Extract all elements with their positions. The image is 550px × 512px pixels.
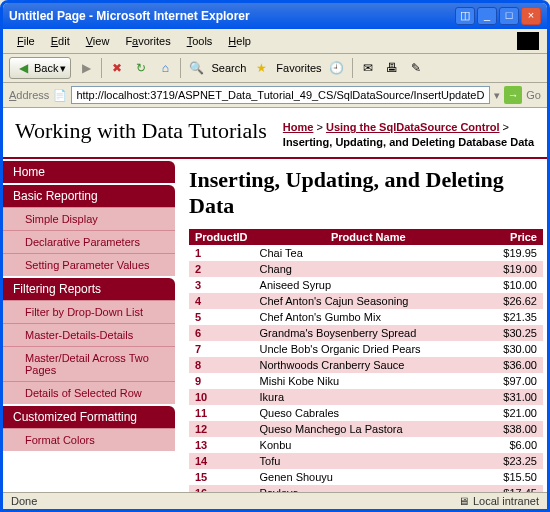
mail-icon[interactable]: ✉ (359, 59, 377, 77)
menu-view[interactable]: View (80, 33, 116, 49)
history-icon[interactable]: 🕘 (328, 59, 346, 77)
address-dropdown-icon[interactable]: ▾ (494, 89, 500, 102)
table-row: 12Queso Manchego La Pastora$38.00 (189, 421, 543, 437)
breadcrumb: Home > Using the SqlDataSource Control >… (283, 118, 535, 151)
status-right: Local intranet (473, 495, 539, 507)
favorites-icon: ★ (252, 59, 270, 77)
maximize-button[interactable]: □ (499, 7, 519, 25)
sidebar-item[interactable]: Details of Selected Row (3, 381, 175, 404)
sidebar-section[interactable]: Home (3, 161, 175, 183)
statusbar: Done 🖥 Local intranet (3, 492, 547, 509)
table-row: 7Uncle Bob's Organic Dried Pears$30.00 (189, 341, 543, 357)
sidebar-item[interactable]: Master/Detail Across Two Pages (3, 346, 175, 381)
favorites-button[interactable]: Favorites (276, 62, 321, 74)
menu-tools[interactable]: Tools (181, 33, 219, 49)
home-icon[interactable]: ⌂ (156, 59, 174, 77)
sidebar-item[interactable]: Filter by Drop-Down List (3, 300, 175, 323)
column-header: Price (483, 229, 543, 245)
titlebar: Untitled Page - Microsoft Internet Explo… (3, 3, 547, 29)
table-row: 5Chef Anton's Gumbo Mix$21.35 (189, 309, 543, 325)
menu-favorites[interactable]: Favorites (119, 33, 176, 49)
sidebar-item[interactable]: Master-Details-Details (3, 323, 175, 346)
sidebar-section[interactable]: Filtering Reports (3, 278, 175, 300)
address-bar: Address 📄 ▾ → Go (3, 83, 547, 108)
minimize-button[interactable]: _ (477, 7, 497, 25)
products-grid: ProductIDProduct NamePrice 1Chai Tea$19.… (189, 229, 543, 492)
toolbar: ◀ Back ▾ ▶ ✖ ↻ ⌂ 🔍 Search ★ Favorites 🕘 … (3, 54, 547, 83)
table-row: 4Chef Anton's Cajun Seasoning$26.62 (189, 293, 543, 309)
zone-icon: 🖥 (458, 495, 469, 507)
forward-button[interactable]: ▶ (77, 59, 95, 77)
breadcrumb-home[interactable]: Home (283, 121, 314, 133)
sidebar-item[interactable]: Declarative Parameters (3, 230, 175, 253)
sidebar-item[interactable]: Format Colors (3, 428, 175, 451)
table-row: 11Queso Cabrales$21.00 (189, 405, 543, 421)
menu-help[interactable]: Help (222, 33, 257, 49)
back-button[interactable]: ◀ Back ▾ (9, 57, 71, 79)
page-title: Working with Data Tutorials (15, 118, 267, 151)
table-row: 16Pavlova$17.45 (189, 485, 543, 492)
window-title: Untitled Page - Microsoft Internet Explo… (9, 9, 455, 23)
status-left: Done (11, 495, 37, 507)
table-row: 8Northwoods Cranberry Sauce$36.00 (189, 357, 543, 373)
back-arrow-icon: ◀ (14, 59, 32, 77)
table-row: 3Aniseed Syrup$10.00 (189, 277, 543, 293)
table-row: 13Konbu$6.00 (189, 437, 543, 453)
table-row: 1Chai Tea$19.95 (189, 245, 543, 261)
menubar: File Edit View Favorites Tools Help (3, 29, 547, 54)
search-button[interactable]: Search (211, 62, 246, 74)
column-header: Product Name (254, 229, 483, 245)
search-icon: 🔍 (187, 59, 205, 77)
content-heading: Inserting, Updating, and Deleting Data (189, 167, 543, 219)
table-row: 2Chang$19.00 (189, 261, 543, 277)
ie-logo-icon (517, 32, 539, 50)
edit-icon[interactable]: ✎ (407, 59, 425, 77)
breadcrumb-section[interactable]: Using the SqlDataSource Control (326, 121, 500, 133)
page-icon: 📄 (53, 89, 67, 102)
table-row: 9Mishi Kobe Niku$97.00 (189, 373, 543, 389)
sidebar: HomeBasic ReportingSimple DisplayDeclara… (3, 159, 179, 492)
close-button[interactable]: × (521, 7, 541, 25)
go-label: Go (526, 89, 541, 101)
table-row: 14Tofu$23.25 (189, 453, 543, 469)
chevron-down-icon: ▾ (60, 62, 66, 75)
sidebar-item[interactable]: Simple Display (3, 207, 175, 230)
sidebar-item[interactable]: Setting Parameter Values (3, 253, 175, 276)
table-row: 15Genen Shouyu$15.50 (189, 469, 543, 485)
column-header: ProductID (189, 229, 254, 245)
refresh-icon[interactable]: ↻ (132, 59, 150, 77)
print-icon[interactable]: 🖶 (383, 59, 401, 77)
grid-toggle-button[interactable]: ◫ (455, 7, 475, 25)
address-input[interactable] (71, 86, 490, 104)
table-row: 10Ikura$31.00 (189, 389, 543, 405)
back-label: Back (34, 62, 58, 74)
sidebar-section[interactable]: Customized Formatting (3, 406, 175, 428)
stop-icon[interactable]: ✖ (108, 59, 126, 77)
go-button[interactable]: → (504, 86, 522, 104)
address-label: Address (9, 89, 49, 101)
sidebar-section[interactable]: Basic Reporting (3, 185, 175, 207)
table-row: 6Grandma's Boysenberry Spread$30.25 (189, 325, 543, 341)
breadcrumb-current: Inserting, Updating, and Deleting Databa… (283, 136, 534, 148)
menu-file[interactable]: File (11, 33, 41, 49)
menu-edit[interactable]: Edit (45, 33, 76, 49)
